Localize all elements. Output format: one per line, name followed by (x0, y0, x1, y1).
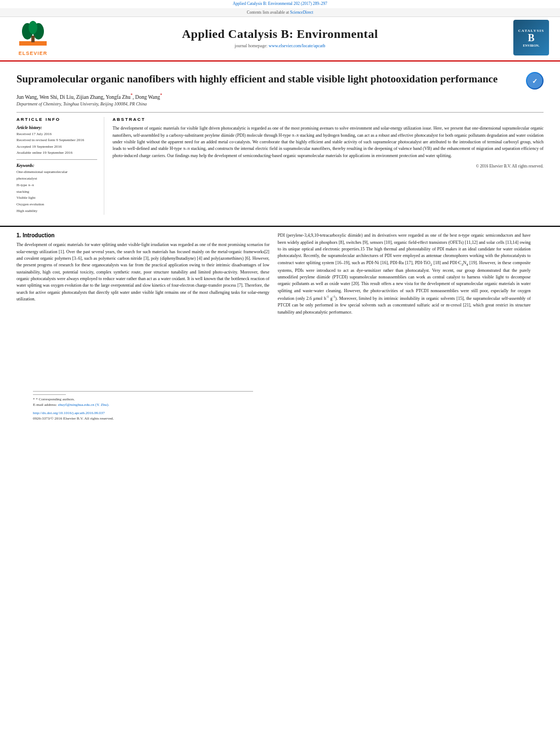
elsevier-wordmark: ELSEVIER (19, 51, 48, 56)
corresponding-label: * Corresponding authors. (36, 397, 75, 401)
article-title: Supramolecular organic nanofibers with h… (16, 72, 522, 87)
keywords-label: Keywords: (16, 163, 97, 168)
email-label: E-mail address: (33, 403, 57, 407)
sciencedirect-link[interactable]: ScienceDirect (290, 10, 313, 15)
intro-section-title: 1. Introduction (16, 232, 270, 238)
catalysis-sub: ENVIRON. (523, 44, 540, 47)
affiliation: Department of Chemistry, Tsinghua Univer… (16, 102, 544, 107)
page: Applied Catalysis B: Environmental 202 (… (0, 0, 560, 742)
received-date: Received 17 July 2016 (16, 131, 97, 137)
article-content: Supramolecular organic nanofibers with h… (0, 64, 560, 220)
contents-label: Contents lists available at (247, 10, 289, 15)
accepted-date: Accepted 19 September 2016 (16, 144, 97, 150)
right-paragraph-1: PDI (perylene-3,4,9,10-tetracarboxylic d… (278, 232, 531, 316)
issn-line: 0926-3373/© 2016 Elsevier B.V. All right… (33, 416, 253, 422)
main-content: 1. Introduction The development of organ… (0, 226, 560, 427)
keywords-list: One-dimensional supramolecular photocata… (16, 169, 97, 215)
header-content: ELSEVIER Applied Catalysis B: Environmen… (0, 17, 560, 58)
journal-title: Applied Catalysis B: Environmental (55, 27, 505, 41)
homepage-label: journal homepage: (234, 43, 267, 48)
keyword-6: Oxygen evolution (16, 202, 97, 208)
elsevier-logo-area: ELSEVIER (11, 19, 55, 56)
journal-ref-bar: Applied Catalysis B: Environmental 202 (… (0, 0, 560, 8)
keyword-2: photocatalyst (16, 176, 97, 182)
authors-text: Jun Wang, Wen Shi, Di Liu, Zijian Zhang,… (16, 94, 163, 100)
received-revised-date: Received in revised form 9 September 201… (16, 137, 97, 143)
journal-ref: Applied Catalysis B: Environmental 202 (… (233, 1, 327, 6)
section-number: 1. (16, 232, 21, 238)
available-date: Available online 19 September 2016 (16, 150, 97, 156)
keyword-3: H-type π–π (16, 182, 97, 189)
svg-rect-4 (31, 36, 35, 42)
journal-header: Contents lists available at ScienceDirec… (0, 8, 560, 62)
svg-text:✓: ✓ (532, 77, 537, 85)
keyword-5: Visible light (16, 195, 97, 202)
contents-bar: Contents lists available at ScienceDirec… (0, 8, 560, 17)
page-footer: * * Corresponding authors. E-mail addres… (33, 391, 253, 422)
abstract-section: ABSTRACT The development of organic mate… (113, 117, 544, 215)
corresponding-authors-note: * * Corresponding authors. (33, 397, 253, 403)
email-note: E-mail address: zhuyf@tsinghua.edu.cn (Y… (33, 402, 253, 408)
homepage-url[interactable]: www.elsevier.com/locate/apcatb (268, 43, 325, 48)
crossmark-area: ✓ (522, 72, 544, 90)
history-label: Article history: (16, 125, 97, 130)
catalysis-logo-box: CATALYSIS B ENVIRON. (513, 20, 549, 55)
catalysis-b-icon: B (528, 33, 534, 43)
abstract-text: The development of organic materials for… (113, 125, 544, 159)
article-info-title: ARTICLE INFO (16, 117, 97, 122)
journal-title-center: Applied Catalysis B: Environmental journ… (55, 27, 505, 48)
authors: Jun Wang, Wen Shi, Di Liu, Zijian Zhang,… (16, 93, 544, 100)
keyword-7: High stability (16, 208, 97, 215)
section-title-text: Introduction (23, 232, 54, 238)
elsevier-svg: ELSEVIER (11, 19, 55, 56)
article-info-panel: ARTICLE INFO Article history: Received 1… (16, 117, 104, 215)
left-column: 1. Introduction The development of organ… (16, 232, 270, 422)
article-body: ARTICLE INFO Article history: Received 1… (16, 112, 544, 215)
catalysis-logo-area: CATALYSIS B ENVIRON. (505, 20, 549, 55)
email-address: zhuyf@tsinghua.edu.cn (Y. Zhu). (58, 403, 109, 407)
intro-paragraph-1: The development of organic materials for… (16, 242, 270, 303)
right-column: PDI (perylene-3,4,9,10-tetracarboxylic d… (278, 232, 531, 422)
star-symbol: * (33, 397, 35, 401)
footnote-divider (33, 394, 66, 395)
doi-link[interactable]: http://dx.doi.org/10.1016/j.apcatb.2016.… (33, 411, 105, 415)
crossmark-icon: ✓ (526, 72, 544, 90)
article-title-section: Supramolecular organic nanofibers with h… (16, 72, 544, 90)
abstract-title: ABSTRACT (113, 117, 544, 122)
keyword-1: One-dimensional supramolecular (16, 169, 97, 176)
crossmark-svg: ✓ (527, 72, 543, 89)
journal-homepage: journal homepage: www.elsevier.com/locat… (55, 43, 505, 48)
keyword-4: stacking (16, 189, 97, 196)
elsevier-tree-icon (16, 19, 49, 49)
svg-point-3 (29, 21, 37, 34)
copyright: © 2016 Elsevier B.V. All rights reserved… (113, 164, 544, 169)
doi-line: http://dx.doi.org/10.1016/j.apcatb.2016.… (33, 410, 253, 416)
